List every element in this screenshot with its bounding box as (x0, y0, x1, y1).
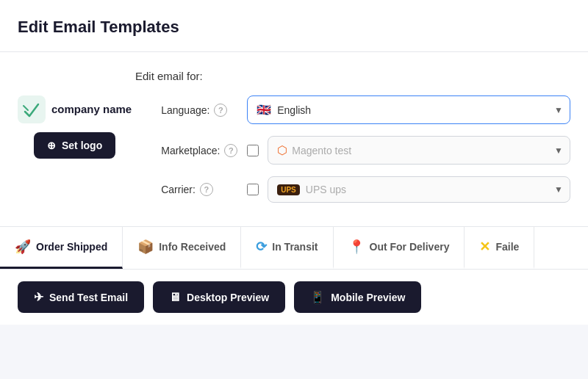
tab-failed[interactable]: ✕ Faile (465, 227, 534, 269)
marketplace-placeholder: Magento test (292, 145, 351, 156)
carrier-help-icon[interactable]: ? (200, 183, 213, 196)
svg-rect-0 (18, 95, 46, 123)
desktop-preview-label: Desktop Preview (187, 292, 269, 303)
language-row: Language: ? 🇬🇧 English ▼ (161, 95, 570, 124)
marketplace-select-wrapper: ⬡ Magento test ▼ (268, 136, 570, 165)
tab-failed-icon: ✕ (479, 239, 490, 255)
marketplace-checkbox[interactable] (247, 145, 259, 156)
language-select[interactable]: 🇬🇧 English (247, 95, 570, 124)
marketplace-select[interactable]: ⬡ Magento test (268, 136, 570, 165)
page-title: Edit Email Templates (18, 18, 570, 37)
send-email-icon: ✈ (34, 290, 43, 304)
desktop-icon: 🖥 (169, 291, 181, 304)
logo-section: company name ⊕ Set logo (18, 95, 132, 159)
marketplace-help-icon[interactable]: ? (224, 144, 237, 157)
set-logo-button[interactable]: ⊕ Set logo (34, 132, 115, 159)
set-logo-icon: ⊕ (47, 140, 56, 151)
ups-icon: UPS (277, 184, 300, 195)
carrier-label: Carrier: ? (161, 183, 238, 196)
magento-icon: ⬡ (277, 143, 287, 157)
company-name: company name (51, 103, 132, 116)
carrier-checkbox[interactable] (247, 184, 259, 195)
tab-order-shipped[interactable]: 🚀 Order Shipped (0, 227, 123, 269)
page-header: Edit Email Templates (0, 0, 588, 52)
send-test-email-button[interactable]: ✈ Send Test Email (18, 281, 144, 313)
tabs-section: 🚀 Order Shipped 📦 Info Received ⟳ In Tra… (0, 227, 588, 270)
marketplace-row: Marketplace: ? ⬡ Magento test ▼ (161, 136, 570, 165)
marketplace-label: Marketplace: ? (161, 144, 238, 157)
tab-order-shipped-label: Order Shipped (36, 241, 107, 253)
mobile-preview-button[interactable]: 📱 Mobile Preview (294, 281, 421, 313)
mobile-icon: 📱 (310, 290, 325, 304)
tab-info-received-label: Info Received (159, 241, 226, 253)
tab-info-received-icon: 📦 (137, 239, 154, 255)
send-test-email-label: Send Test Email (49, 292, 128, 303)
form-area: company name ⊕ Set logo Language: ? 🇬🇧 E… (18, 95, 570, 203)
tab-in-transit-label: In Transit (272, 241, 318, 253)
language-value: English (277, 104, 311, 116)
carrier-select[interactable]: UPS UPS ups (268, 176, 570, 203)
tab-out-delivery-icon: 📍 (348, 239, 365, 255)
fields-section: Language: ? 🇬🇧 English ▼ Marketplace: ? (161, 95, 570, 203)
footer-section: ✈ Send Test Email 🖥 Desktop Preview 📱 Mo… (0, 270, 588, 325)
language-help-icon[interactable]: ? (214, 104, 227, 117)
flag-uk-icon: 🇬🇧 (257, 103, 271, 117)
main-content: Edit email for: company name ⊕ Set logo (0, 52, 588, 227)
carrier-value: UPS ups (306, 184, 346, 195)
tab-out-for-delivery[interactable]: 📍 Out For Delivery (334, 227, 465, 269)
carrier-select-wrapper: UPS UPS ups ▼ (268, 176, 570, 203)
language-label: Language: ? (161, 104, 238, 117)
tab-order-shipped-icon: 🚀 (15, 239, 31, 255)
language-select-wrapper: 🇬🇧 English ▼ (247, 95, 570, 124)
tab-in-transit-icon: ⟳ (256, 239, 267, 255)
company-logo-icon (18, 95, 46, 123)
desktop-preview-button[interactable]: 🖥 Desktop Preview (153, 281, 285, 313)
carrier-row: Carrier: ? UPS UPS ups ▼ (161, 176, 570, 203)
mobile-preview-label: Mobile Preview (331, 292, 405, 303)
tab-out-delivery-label: Out For Delivery (370, 241, 450, 253)
edit-label: Edit email for: (135, 70, 570, 82)
tab-info-received[interactable]: 📦 Info Received (123, 227, 241, 269)
tab-failed-label: Faile (495, 241, 519, 253)
tab-in-transit[interactable]: ⟳ In Transit (241, 227, 333, 269)
set-logo-label: Set logo (62, 140, 102, 151)
company-logo: company name (18, 95, 132, 123)
